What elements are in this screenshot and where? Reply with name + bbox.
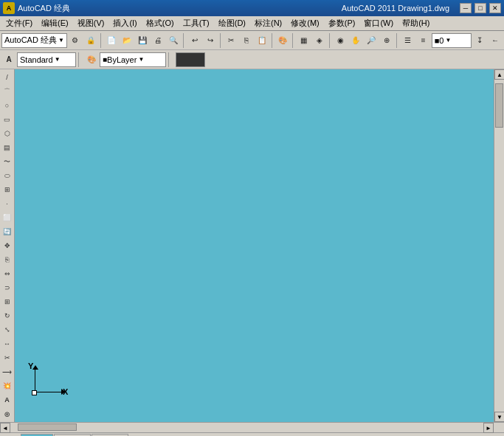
scroll-thumb-h[interactable] — [18, 423, 77, 431]
save-btn[interactable]: 💾 — [135, 33, 150, 48]
redo-btn[interactable]: ↪ — [203, 33, 218, 48]
menu-item-窗口(W)[interactable]: 窗口(W) — [359, 16, 398, 31]
scroll-corner — [494, 423, 504, 432]
scroll-right-btn[interactable]: ► — [483, 423, 494, 433]
menu-item-工具(T)[interactable]: 工具(T) — [179, 16, 214, 31]
sep9 — [168, 52, 172, 67]
y-axis — [35, 369, 35, 392]
title-bar: A AutoCAD 经典 AutoCAD 2011 Drawing1.dwg ─… — [0, 0, 504, 16]
block-btn[interactable]: ◈ — [312, 33, 327, 48]
scroll-thumb-v[interactable] — [495, 83, 503, 128]
tab-bar: ◄ ► 模型 布局1 布局2 — [0, 432, 504, 436]
tool-hatch[interactable]: ▤ — [1, 141, 14, 154]
vertical-scrollbar[interactable]: ▲ ▼ — [494, 69, 504, 422]
menu-item-标注(N)[interactable]: 标注(N) — [250, 16, 286, 31]
text-style-dropdown[interactable]: Standard ▼ — [17, 52, 76, 67]
horizontal-scrollbar[interactable]: ◄ ► — [0, 422, 504, 432]
title-full: AutoCAD 2011 Drawing1.dwg — [342, 4, 449, 13]
open-btn[interactable]: 📂 — [120, 33, 134, 48]
tool-rotate[interactable]: ↻ — [1, 309, 14, 322]
scroll-track-v[interactable] — [494, 80, 504, 412]
tool-extend[interactable]: ⟶ — [1, 365, 14, 378]
toolbar-row-2: A Standard ▼ 🎨 ■ ByLayer ▼ — [0, 50, 504, 69]
layer-mgr-btn[interactable]: ☰ — [401, 33, 415, 48]
sep5 — [292, 33, 294, 48]
lock-btn[interactable]: 🔒 — [83, 33, 98, 48]
tool-ellipse[interactable]: ⬭ — [1, 169, 14, 182]
tool-move[interactable]: ✥ — [1, 239, 14, 252]
undo-btn[interactable]: ↩ — [187, 33, 202, 48]
menu-item-帮助(H)[interactable]: 帮助(H) — [398, 16, 434, 31]
orbit-btn[interactable]: ⊕ — [379, 33, 394, 48]
left-toolbar: / ⌒ ○ ▭ ⬡ ▤ 〜 ⬭ ⊞ · ⬜ 🔄 ✥ ⎘ ⇔ ⊃ ⊞ ↻ ⤡ ↔ … — [0, 69, 15, 422]
tool-circle[interactable]: ○ — [1, 99, 14, 112]
new-btn[interactable]: 📄 — [104, 33, 119, 48]
linetype-indicator — [176, 52, 205, 67]
color-dropdown[interactable]: ■ ByLayer ▼ — [100, 52, 166, 67]
layer-state-btn[interactable]: ↧ — [472, 33, 487, 48]
origin-square — [32, 390, 37, 395]
menu-item-格式(O)[interactable]: 格式(O) — [142, 16, 179, 31]
print-btn[interactable]: 🖨 — [151, 33, 165, 48]
minimize-button[interactable]: ─ — [460, 3, 472, 13]
tool-rect[interactable]: ▭ — [1, 113, 14, 126]
toolbar-row-1: AutoCAD 经典 ▼ ⚙ 🔒 📄 📂 💾 🖨 🔍 ↩ ↪ ✂ ⎘ 📋 🎨 ▦… — [0, 31, 504, 50]
scroll-track-h[interactable] — [10, 423, 483, 432]
coordinate-indicator: Y X — [26, 361, 66, 398]
drawing-canvas[interactable]: Y X — [15, 69, 494, 422]
tool-array[interactable]: ⊞ — [1, 295, 14, 308]
scroll-left-btn[interactable]: ◄ — [0, 423, 10, 433]
tool-insert[interactable]: ⊞ — [1, 183, 14, 196]
tool-spline[interactable]: 〜 — [1, 155, 14, 168]
tool-trim[interactable]: ✂ — [1, 351, 14, 364]
tool-scale[interactable]: ⤡ — [1, 323, 14, 336]
tool-copy[interactable]: ⎘ — [1, 253, 14, 266]
menu-item-文件(F)[interactable]: 文件(F) — [1, 16, 37, 31]
menu-item-插入(I)[interactable]: 插入(I) — [108, 16, 141, 31]
preview-btn[interactable]: 🔍 — [166, 33, 181, 48]
workspace: / ⌒ ○ ▭ ⬡ ▤ 〜 ⬭ ⊞ · ⬜ 🔄 ✥ ⎘ ⇔ ⊃ ⊞ ↻ ⤡ ↔ … — [0, 69, 504, 432]
tool-offset[interactable]: ⊃ — [1, 281, 14, 294]
group-btn[interactable]: ▦ — [297, 33, 311, 48]
copy-btn[interactable]: ⎘ — [239, 33, 254, 48]
sep6 — [329, 33, 331, 48]
pan-btn[interactable]: ✋ — [348, 33, 363, 48]
canvas-area: / ⌒ ○ ▭ ⬡ ▤ 〜 ⬭ ⊞ · ⬜ 🔄 ✥ ⎘ ⇔ ⊃ ⊞ ↻ ⤡ ↔ … — [0, 69, 504, 422]
tool-stretch[interactable]: ↔ — [1, 337, 14, 350]
color-btn[interactable]: 🎨 — [84, 52, 99, 67]
scroll-up-btn[interactable]: ▲ — [494, 69, 504, 80]
x-label: X — [63, 387, 68, 396]
menu-item-编辑(E)[interactable]: 编辑(E) — [37, 16, 73, 31]
menu-item-参数(P)[interactable]: 参数(P) — [324, 16, 360, 31]
tool-arc[interactable]: ⌒ — [1, 85, 14, 98]
menu-item-绘图(D)[interactable]: 绘图(D) — [214, 16, 250, 31]
workspace-dropdown[interactable]: AutoCAD 经典 ▼ — [1, 33, 67, 48]
settings-btn[interactable]: ⚙ — [68, 33, 83, 48]
tool-text[interactable]: A — [1, 393, 14, 406]
tool-explode[interactable]: 💥 — [1, 379, 14, 392]
view-btn[interactable]: ◉ — [333, 33, 348, 48]
sep2 — [183, 33, 184, 48]
tool-wipeout[interactable]: ⬜ — [1, 211, 14, 224]
tool-line[interactable]: / — [1, 71, 14, 84]
tool-polygon[interactable]: ⬡ — [1, 127, 14, 140]
menu-item-视图(V)[interactable]: 视图(V) — [73, 16, 109, 31]
tool-mirror[interactable]: ⇔ — [1, 267, 14, 280]
cut-btn[interactable]: ✂ — [224, 33, 238, 48]
scroll-down-btn[interactable]: ▼ — [494, 412, 504, 422]
tool-point[interactable]: · — [1, 197, 14, 210]
sep1 — [100, 33, 102, 48]
menu-item-修改(M)[interactable]: 修改(M) — [286, 16, 324, 31]
close-button[interactable]: ✕ — [489, 3, 501, 13]
text-style-btn[interactable]: A — [1, 52, 16, 67]
maximize-button[interactable]: □ — [474, 3, 486, 13]
layer-prev-btn[interactable]: ← — [488, 33, 503, 48]
layer-dropdown[interactable]: ■ 0 ▼ — [432, 33, 472, 48]
app-icon: A — [3, 2, 15, 14]
zoom-btn[interactable]: 🔎 — [364, 33, 379, 48]
tool-revision[interactable]: 🔄 — [1, 225, 14, 238]
tool-mtext[interactable]: ◎ — [1, 407, 14, 421]
paste-btn[interactable]: 📋 — [255, 33, 269, 48]
layer-props-btn[interactable]: ≡ — [416, 33, 431, 48]
matchprop-btn[interactable]: 🎨 — [275, 33, 290, 48]
